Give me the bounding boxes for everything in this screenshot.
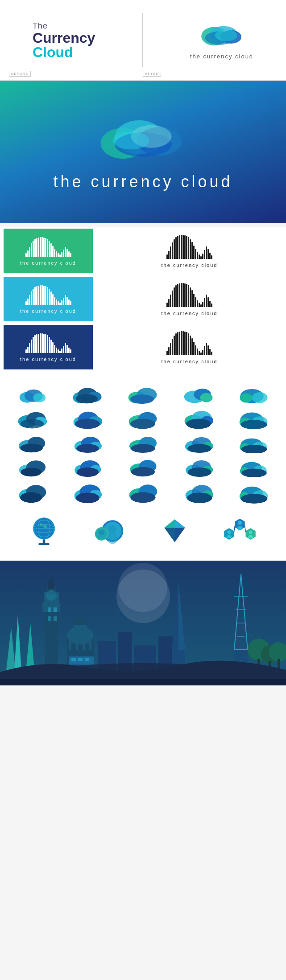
cloud-icon-2 [61, 384, 114, 406]
before-logo-cloud: Cloud [33, 45, 73, 59]
svg-rect-154 [69, 636, 71, 650]
cloud-icon-3 [116, 384, 170, 406]
cloud-icon-15 [227, 432, 281, 454]
icon-grid-section [0, 375, 286, 561]
svg-point-23 [200, 393, 212, 402]
svg-point-77 [187, 467, 211, 477]
cloud-icon-11 [5, 432, 59, 454]
svg-marker-117 [164, 520, 174, 528]
cloud-icon-23 [116, 480, 170, 504]
before-label: BEFORE [9, 71, 31, 77]
svg-point-66 [21, 467, 41, 476]
svg-rect-161 [78, 658, 83, 661]
after-logo: the currency cloud [190, 21, 253, 60]
svg-marker-119 [174, 528, 185, 542]
svg-point-95 [187, 492, 212, 503]
variant-row-cyan: the currency cloud [0, 277, 286, 321]
cloud-icon-17 [61, 456, 114, 478]
cloud-icon-7 [61, 408, 114, 430]
city-illustration [0, 561, 286, 685]
svg-rect-152 [74, 625, 87, 636]
globe-icon [29, 515, 58, 546]
svg-rect-185 [0, 679, 286, 685]
svg-point-130 [249, 530, 252, 533]
svg-marker-118 [164, 528, 174, 542]
cloud-icon-5 [227, 384, 281, 406]
bw-logo-text-1: the currency cloud [162, 262, 218, 268]
svg-point-84 [20, 492, 42, 503]
svg-marker-116 [174, 520, 185, 528]
svg-point-124 [238, 521, 242, 525]
svg-point-30 [21, 419, 44, 428]
bw-logo-box-2: the currency cloud [96, 277, 282, 321]
cloud-icon-9 [172, 408, 225, 430]
svg-rect-143 [48, 583, 54, 589]
svg-point-52 [77, 444, 99, 453]
before-logo: The Currency Cloud [33, 21, 95, 59]
svg-point-127 [228, 530, 231, 533]
navy-logo-box: the currency cloud [4, 325, 93, 369]
svg-point-110 [108, 525, 117, 533]
cloud-icon-8 [116, 408, 170, 430]
svg-rect-156 [83, 636, 85, 650]
svg-rect-148 [48, 616, 51, 621]
bw-logo-text-3: the currency cloud [162, 359, 218, 364]
svg-rect-146 [48, 607, 51, 612]
bar-cloud-bw-1 [166, 234, 212, 259]
bw-logo-box-3: the currency cloud [96, 325, 282, 369]
cloud-icon-24 [172, 480, 225, 504]
svg-point-37 [131, 419, 156, 429]
svg-point-99 [240, 494, 267, 504]
svg-point-20 [130, 394, 154, 404]
svg-point-125 [237, 526, 243, 530]
svg-point-55 [131, 444, 155, 453]
green-logo-text: the currency cloud [20, 260, 76, 266]
svg-rect-162 [85, 658, 89, 661]
cloud-icon-14 [172, 432, 225, 454]
svg-rect-155 [76, 636, 78, 650]
coin-icon [92, 515, 126, 546]
variant-row-navy: the currency cloud [0, 325, 286, 369]
diamond-icon [160, 517, 189, 544]
svg-rect-160 [71, 658, 76, 661]
cloud-icon-16 [5, 456, 59, 478]
cloud-icon-25 [227, 480, 281, 504]
bar-cloud-green [25, 237, 71, 257]
bar-cloud-navy [25, 333, 71, 353]
svg-point-4 [215, 29, 237, 41]
svg-point-88 [76, 492, 99, 503]
svg-point-114 [99, 530, 104, 535]
cyan-logo-text: the currency cloud [20, 308, 76, 314]
svg-rect-157 [89, 636, 91, 650]
after-label: AFTER [143, 71, 161, 77]
hero-banner: the currency cloud [0, 81, 286, 223]
before-logo-currency: Currency [33, 31, 95, 45]
svg-point-91 [131, 492, 156, 503]
svg-point-10 [112, 131, 149, 149]
bar-cloud-bw-3 [166, 331, 212, 355]
svg-rect-101 [39, 543, 50, 545]
navy-logo-text: the currency cloud [20, 357, 76, 362]
svg-point-26 [240, 394, 252, 403]
people-network-icon [223, 517, 257, 545]
cloud-icon-10 [227, 408, 281, 430]
green-logo-box: the currency cloud [4, 229, 93, 273]
svg-point-17 [76, 394, 98, 403]
bw-logo-box-1: the currency cloud [96, 229, 282, 273]
hero-title: the currency cloud [53, 172, 232, 191]
svg-rect-147 [54, 607, 57, 612]
after-logo-icon [199, 21, 244, 49]
svg-point-59 [187, 444, 211, 453]
city-moon-circle [116, 570, 170, 623]
cloud-icon-20 [227, 456, 281, 478]
cloud-icon-6 [5, 408, 59, 430]
bar-cloud-cyan [25, 285, 71, 305]
svg-line-132 [234, 525, 235, 532]
section-divider [142, 13, 143, 67]
cloud-icon-4 [172, 384, 225, 406]
after-logo-text: the currency cloud [190, 53, 253, 60]
before-logo-the: The [33, 21, 48, 31]
logo-variants-section: the currency cloud [0, 227, 286, 375]
cloud-icon-21 [5, 480, 59, 504]
svg-point-63 [241, 445, 267, 453]
